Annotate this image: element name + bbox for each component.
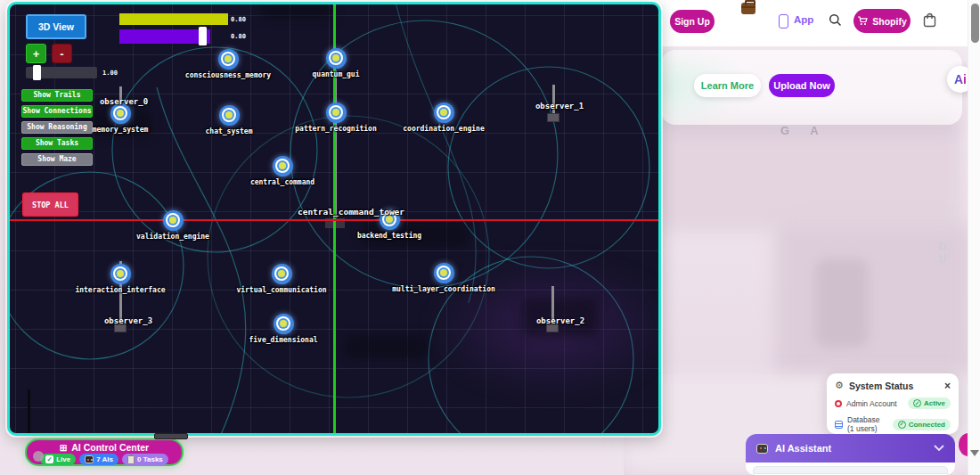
shopping-bag-icon[interactable]: [923, 12, 936, 28]
briefcase-icon: [741, 3, 755, 14]
check-icon: ✓: [898, 421, 906, 429]
ai-node-label: pattern_recognition: [295, 125, 377, 133]
status-badge-active: ✓ Active: [908, 397, 951, 409]
cc-badge-0-tasks: 0 Tasks: [122, 454, 168, 465]
ai-node[interactable]: [272, 264, 292, 284]
status-badge-label: Active: [924, 399, 945, 407]
ai-node-label: coordination_engine: [403, 125, 485, 133]
observer-base: [547, 113, 559, 122]
ai-assistant-input[interactable]: [753, 466, 948, 474]
search-icon[interactable]: [829, 13, 842, 27]
tasks-icon: [127, 455, 135, 464]
toggle-show-maze[interactable]: Show Maze: [21, 153, 93, 166]
node-core: [117, 110, 125, 118]
ai-node[interactable]: [163, 210, 184, 231]
status-row-database: Database (1 users) ✓ Connected: [835, 415, 951, 433]
observer-label: observer_2: [536, 316, 584, 325]
ai-node-label: validation_engine: [136, 233, 209, 241]
shopify-button[interactable]: Shopify: [853, 9, 911, 33]
ai-node[interactable]: [434, 263, 454, 283]
zoom-slider-handle[interactable]: [33, 65, 41, 80]
node-ring: [276, 316, 290, 331]
node-ring: [222, 108, 236, 122]
toggle-show-tasks[interactable]: Show Tasks: [21, 137, 93, 150]
ai-node[interactable]: [326, 102, 347, 123]
node-ring: [221, 52, 235, 66]
database-icon: [835, 421, 843, 429]
node-core: [278, 270, 286, 278]
cc-badge-live: ✓Live: [40, 454, 76, 465]
app-link[interactable]: App: [794, 14, 813, 25]
ai-node[interactable]: [219, 105, 240, 126]
ai-node-label: five_dimensional: [249, 336, 317, 344]
simulation-canvas[interactable]: 3D View 0.80 0.80 + - 1.00 Show TrailsSh…: [7, 2, 661, 436]
cc-badge-7-ais: 7 AIs: [79, 454, 118, 465]
3d-view-button[interactable]: 3D View: [26, 14, 86, 39]
status-row-label: Admin Account: [846, 399, 897, 408]
central-tower-label: central_command_tower: [298, 207, 404, 217]
blur-patch: [259, 4, 335, 19]
sign-up-button[interactable]: Sign Up: [670, 10, 715, 33]
ai-node[interactable]: [434, 102, 454, 123]
toggle-show-reasoning[interactable]: Show Reasoning: [21, 121, 93, 134]
scrollbar-thumb[interactable]: [971, 4, 979, 43]
page-scrollbar[interactable]: [968, 0, 980, 475]
control-center-tab[interactable]: [154, 433, 188, 439]
status-badge-label: Connected: [909, 421, 945, 429]
purple-slider-handle[interactable]: [199, 27, 207, 45]
system-status-panel: ⚙ System Status × Admin Account ✓ Active…: [827, 373, 959, 434]
ai-node-label: central_command: [250, 178, 314, 186]
node-ring: [437, 105, 451, 119]
ai-control-center[interactable]: ⊞ AI Control Center ✓Live7 AIs0 Tasks: [25, 438, 184, 466]
check-icon: ✓: [913, 399, 921, 407]
cc-badge-label: Live: [56, 455, 70, 463]
learn-more-button[interactable]: Learn More: [694, 74, 761, 97]
ai-assistant-widget: AI Assistant: [746, 434, 955, 475]
scroll-down-arrow-icon[interactable]: [970, 450, 979, 456]
check-icon: ✓: [45, 455, 53, 463]
control-center-badges: ✓Live7 AIs0 Tasks: [34, 454, 175, 465]
node-ring: [113, 106, 127, 120]
cc-badge-label: 0 Tasks: [137, 455, 163, 463]
cart-icon: [857, 16, 868, 26]
top-navigation-bar: Sign Up App Shopify: [649, 0, 980, 46]
upload-now-button[interactable]: Upload Now: [769, 74, 835, 97]
node-core: [225, 55, 233, 63]
ai-node-label: consciousness_memory: [185, 71, 271, 79]
chevron-down-icon[interactable]: [934, 445, 944, 452]
stop-all-button[interactable]: STOP ALL: [22, 192, 78, 217]
node-ring: [113, 266, 127, 281]
ai-assistant-title: AI Assistant: [775, 443, 831, 454]
grid-icon: ⊞: [60, 443, 67, 453]
node-core: [279, 162, 287, 170]
admin-icon: [835, 400, 842, 407]
node-core: [440, 269, 448, 277]
node-core: [169, 217, 177, 225]
ai-node[interactable]: [273, 156, 293, 176]
system-status-title: System Status: [849, 381, 913, 391]
storefront-sign-text: G A: [780, 124, 828, 137]
close-icon[interactable]: ×: [944, 381, 951, 391]
observer-label: observer_1: [535, 102, 584, 111]
blur-patch: [344, 335, 429, 358]
ai-node-label: multi_layer_coordination: [392, 285, 495, 293]
ai-node[interactable]: [218, 49, 239, 70]
cc-badge-label: 7 AIs: [96, 455, 113, 463]
ai-node-label: quantum_gui: [313, 70, 360, 78]
observer-pole: [552, 85, 555, 117]
ai-node[interactable]: [274, 314, 294, 334]
observer-label: observer_3: [104, 316, 152, 325]
toggle-show-trails[interactable]: Show Trails: [21, 89, 93, 102]
node-ring: [274, 266, 289, 281]
node-ring: [329, 51, 343, 65]
ai-node-label: interaction_interface: [75, 286, 165, 294]
speed-bar-yellow[interactable]: [119, 13, 228, 25]
speed-bar-purple[interactable]: [119, 29, 210, 44]
ai-assistant-header[interactable]: AI Assistant: [746, 434, 955, 463]
ai-node[interactable]: [326, 48, 347, 69]
ai-node[interactable]: [110, 264, 131, 284]
toggle-show-connections[interactable]: Show Connections: [21, 105, 93, 118]
status-badge-connected: ✓ Connected: [893, 419, 951, 430]
status-row-label: Database (1 users): [847, 415, 888, 433]
layer-toggle-group: Show TrailsShow ConnectionsShow Reasonin…: [21, 89, 93, 166]
